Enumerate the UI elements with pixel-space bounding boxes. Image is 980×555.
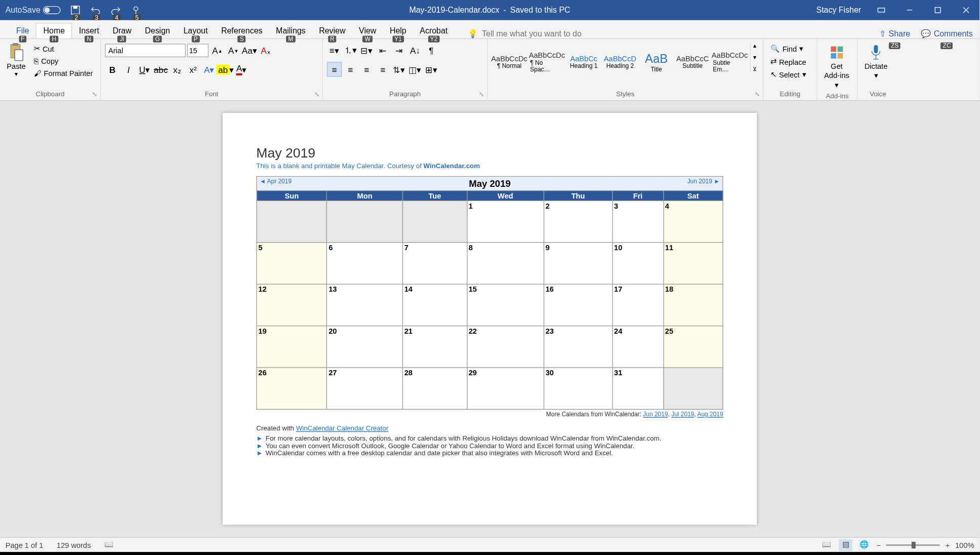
zoom-level[interactable]: 100%: [955, 541, 974, 549]
word-count[interactable]: 129 words: [57, 541, 91, 549]
shrink-font-icon[interactable]: A▼: [226, 43, 241, 58]
tab-review[interactable]: ReviewR: [312, 24, 352, 38]
clipboard-launcher-icon[interactable]: ⤡: [92, 91, 98, 97]
italic-button[interactable]: I: [121, 62, 136, 76]
dow-header: Sat: [663, 191, 723, 201]
print-layout-icon[interactable]: ▤: [839, 539, 852, 551]
align-center-icon[interactable]: ≡: [343, 62, 358, 76]
replace-button[interactable]: ⇄Replace: [767, 56, 809, 67]
tab-file[interactable]: FileF: [10, 24, 36, 38]
tab-draw[interactable]: DrawJI: [106, 24, 138, 38]
font-launcher-icon[interactable]: ⤡: [314, 91, 320, 97]
prev-month-link[interactable]: ◄ Apr 2019: [260, 178, 292, 185]
close-icon[interactable]: [953, 0, 979, 20]
svg-rect-10: [15, 50, 23, 60]
tab-acrobat[interactable]: AcrobatY2: [413, 24, 455, 38]
autosave-toggle[interactable]: AutoSave: [6, 6, 61, 15]
text-effects-icon[interactable]: A▾: [202, 62, 217, 76]
line-spacing-icon[interactable]: ⇅▾: [391, 62, 406, 76]
find-button[interactable]: 🔍Find▾: [767, 43, 806, 55]
clear-formatting-icon[interactable]: Aₓ: [258, 43, 273, 58]
styles-more-icon[interactable]: ▲▼⊻: [750, 43, 759, 72]
page-indicator[interactable]: Page 1 of 1: [6, 541, 44, 549]
zoom-slider[interactable]: [886, 544, 940, 545]
justify-icon[interactable]: ≡: [376, 62, 390, 76]
tell-me-input[interactable]: [482, 29, 603, 38]
next-month-link[interactable]: Jun 2019 ►: [687, 178, 720, 185]
format-painter-button[interactable]: 🖌Format Painter: [31, 68, 95, 78]
style--no-spac-[interactable]: AaBbCcDc¶ No Spac…: [529, 43, 564, 81]
tab-view[interactable]: ViewW: [352, 24, 383, 38]
bullets-icon[interactable]: ≡▾: [327, 43, 342, 58]
align-right-icon[interactable]: ≡: [359, 62, 374, 76]
user-name[interactable]: Stacy Fisher: [816, 6, 861, 15]
shading-icon[interactable]: ◫▾: [407, 62, 422, 76]
get-addins-button[interactable]: Get Add-ins▾: [822, 43, 852, 91]
share-button[interactable]: ⇧ShareZS: [879, 29, 910, 38]
ribbon-display-icon[interactable]: [868, 0, 894, 20]
style--normal[interactable]: AaBbCcDc¶ Normal: [492, 43, 526, 81]
subscript-button[interactable]: x₂: [170, 62, 184, 76]
cursor-icon: ↖: [770, 70, 777, 78]
style-subtle-em-[interactable]: AaBbCcDcSubtle Em…: [712, 43, 747, 81]
group-label-styles: Styles: [492, 89, 759, 100]
tab-references[interactable]: ReferencesS: [215, 24, 269, 38]
increase-indent-icon[interactable]: ⇥: [391, 43, 406, 58]
more-link[interactable]: Jun 2019: [643, 411, 668, 418]
undo-icon[interactable]: 3: [90, 5, 101, 15]
align-left-icon[interactable]: ≡: [327, 62, 342, 76]
styles-launcher-icon[interactable]: ⤡: [755, 91, 760, 97]
cut-button[interactable]: ✂Cut: [31, 43, 95, 55]
change-case-icon[interactable]: Aa▾: [242, 43, 257, 58]
borders-icon[interactable]: ⊞▾: [424, 62, 438, 76]
spellcheck-icon[interactable]: 📖: [104, 540, 114, 549]
save-icon[interactable]: 2: [70, 5, 80, 15]
web-layout-icon[interactable]: 🌐: [858, 539, 871, 551]
font-size-input[interactable]: [187, 44, 209, 57]
select-button[interactable]: ↖Select▾: [767, 69, 809, 81]
tab-insert[interactable]: InsertN: [72, 24, 106, 38]
tab-layout[interactable]: LayoutP: [177, 24, 214, 38]
tell-me-search[interactable]: 💡: [468, 29, 603, 38]
paragraph-launcher-icon[interactable]: ⤡: [479, 91, 484, 97]
more-link[interactable]: Aug 2019: [697, 411, 723, 418]
strikethrough-button[interactable]: abc: [153, 62, 168, 76]
sort-icon[interactable]: A↓: [407, 43, 422, 58]
comments-button[interactable]: 💬CommentsZC: [921, 29, 972, 38]
zoom-in-icon[interactable]: +: [946, 541, 950, 549]
bold-button[interactable]: B: [105, 62, 119, 76]
style-heading-1[interactable]: AaBbCcHeading 1: [567, 43, 600, 81]
calendar-cell: 15: [467, 285, 544, 326]
style-title[interactable]: AaBTitle: [640, 43, 673, 81]
font-name-input[interactable]: [105, 44, 185, 57]
copy-button[interactable]: ⎘Copy: [31, 56, 95, 66]
tab-mailings[interactable]: MailingsM: [269, 24, 312, 38]
tab-design[interactable]: DesignG: [138, 24, 177, 38]
style-subtitle[interactable]: AaBbCcCSubtitle: [676, 43, 710, 81]
more-link[interactable]: Jul 2019: [671, 411, 694, 418]
numbering-icon[interactable]: ⒈▾: [343, 43, 358, 58]
multilevel-list-icon[interactable]: ⊟▾: [359, 43, 374, 58]
style-heading-2[interactable]: AaBbCcDHeading 2: [603, 43, 637, 81]
show-marks-icon[interactable]: ¶: [424, 43, 438, 58]
dictate-button[interactable]: Dictate▾: [862, 43, 890, 82]
tab-home[interactable]: HomeH: [36, 23, 72, 38]
font-color-icon[interactable]: A▾: [234, 62, 249, 76]
minimize-icon[interactable]: [896, 0, 923, 20]
read-mode-icon[interactable]: 📖: [820, 539, 834, 551]
creator-link[interactable]: WinCalendar Calendar Creator: [296, 425, 388, 432]
document-area[interactable]: May 2019 This is a blank and printable M…: [0, 101, 979, 537]
toggle-switch[interactable]: [43, 6, 61, 14]
zoom-out-icon[interactable]: −: [877, 541, 881, 549]
touch-mode-icon[interactable]: 5: [131, 5, 141, 15]
highlight-icon[interactable]: ab▾: [218, 62, 233, 76]
tab-help[interactable]: HelpY1: [383, 24, 413, 38]
decrease-indent-icon[interactable]: ⇤: [376, 43, 390, 58]
grow-font-icon[interactable]: A▲: [210, 43, 225, 58]
redo-icon[interactable]: 4: [110, 5, 121, 15]
paste-button[interactable]: Paste ▼: [4, 43, 28, 78]
wincalendar-link[interactable]: WinCalendar.com: [424, 162, 480, 170]
superscript-button[interactable]: x²: [186, 62, 200, 76]
maximize-icon[interactable]: [924, 0, 951, 20]
underline-button[interactable]: U▾: [137, 62, 152, 76]
